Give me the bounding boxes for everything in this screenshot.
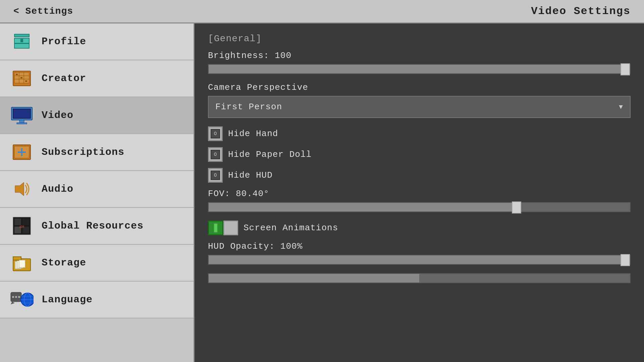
sidebar-item-storage[interactable]: Storage bbox=[0, 245, 194, 282]
toggle-off-part bbox=[223, 221, 238, 235]
svg-rect-30 bbox=[13, 257, 21, 260]
svg-rect-25 bbox=[22, 219, 29, 225]
hide-hand-label: Hide Hand bbox=[228, 129, 278, 139]
section-header: [General] bbox=[208, 34, 631, 44]
sidebar-item-storage-label: Storage bbox=[42, 257, 86, 268]
sidebar-item-profile-label: Profile bbox=[42, 36, 86, 47]
hud-opacity-slider-thumb[interactable] bbox=[621, 254, 630, 266]
screen-animations-toggle[interactable] bbox=[208, 221, 238, 235]
svg-rect-24 bbox=[14, 219, 21, 225]
hide-paper-doll-checkbox-inner: O bbox=[211, 150, 220, 159]
main-layout: Profile Creator bbox=[0, 23, 644, 362]
svg-rect-33 bbox=[19, 260, 25, 267]
dropdown-arrow-icon: ▼ bbox=[619, 103, 623, 111]
hud-opacity-setting: HUD Opacity: 100% bbox=[208, 241, 631, 265]
svg-rect-0 bbox=[14, 34, 29, 37]
svg-point-36 bbox=[15, 296, 17, 298]
hide-hud-checkbox-inner: O bbox=[211, 171, 220, 180]
sidebar-item-subscriptions[interactable]: Subscriptions bbox=[0, 134, 194, 171]
svg-point-37 bbox=[18, 296, 20, 298]
sidebar-item-global-resources-label: Global Resources bbox=[42, 220, 144, 232]
brightness-slider-thumb[interactable] bbox=[621, 63, 630, 75]
camera-perspective-label: Camera Perspective bbox=[208, 82, 631, 93]
sidebar-item-video[interactable]: Video bbox=[0, 97, 194, 134]
bottom-setting bbox=[208, 273, 631, 283]
sidebar-item-video-label: Video bbox=[42, 110, 73, 121]
camera-perspective-dropdown[interactable]: First Person ▼ bbox=[208, 96, 631, 118]
sidebar-item-audio-label: Audio bbox=[42, 183, 73, 195]
hide-hand-checkbox[interactable]: O bbox=[208, 126, 223, 141]
page-title: Video Settings bbox=[531, 5, 631, 17]
svg-text:ADR: ADR bbox=[19, 226, 24, 229]
back-label: < Settings bbox=[13, 6, 73, 16]
svg-rect-16 bbox=[19, 120, 24, 123]
toggle-handle bbox=[214, 223, 218, 233]
fov-setting: FOV: 80.40° bbox=[208, 189, 631, 212]
subscriptions-icon bbox=[10, 140, 34, 164]
svg-rect-11 bbox=[20, 77, 22, 78]
screen-animations-row: Screen Animations bbox=[208, 221, 631, 235]
svg-rect-10 bbox=[16, 74, 18, 75]
header: < Settings Video Settings bbox=[0, 0, 644, 23]
brightness-slider[interactable] bbox=[208, 64, 631, 74]
brightness-setting: Brightness: 100 bbox=[208, 51, 631, 74]
camera-perspective-setting: Camera Perspective First Person ▼ bbox=[208, 82, 631, 118]
hide-paper-doll-row: O Hide Paper Doll bbox=[208, 147, 631, 162]
sidebar-item-profile[interactable]: Profile bbox=[0, 23, 194, 60]
bottom-slider[interactable] bbox=[208, 273, 631, 283]
hide-paper-doll-label: Hide Paper Doll bbox=[228, 149, 312, 160]
hide-hand-checkbox-inner: O bbox=[211, 129, 220, 138]
hud-opacity-slider-container bbox=[208, 255, 631, 265]
hide-paper-doll-checkbox[interactable]: O bbox=[208, 147, 223, 162]
profile-icon bbox=[10, 30, 34, 53]
svg-marker-38 bbox=[11, 302, 15, 304]
sidebar-item-subscriptions-label: Subscriptions bbox=[42, 146, 124, 158]
svg-rect-3 bbox=[20, 39, 23, 42]
back-button[interactable]: < Settings bbox=[13, 6, 73, 16]
svg-rect-17 bbox=[17, 123, 27, 124]
hide-hud-label: Hide HUD bbox=[228, 170, 273, 180]
creator-icon bbox=[10, 67, 34, 90]
fov-slider-thumb[interactable] bbox=[512, 201, 521, 214]
brightness-slider-container bbox=[208, 64, 631, 74]
svg-marker-22 bbox=[15, 182, 24, 196]
hide-hand-row: O Hide Hand bbox=[208, 126, 631, 141]
storage-icon bbox=[10, 251, 34, 275]
camera-perspective-value: First Person bbox=[215, 102, 282, 112]
video-icon bbox=[10, 104, 34, 127]
sidebar-item-audio[interactable]: Audio bbox=[0, 171, 194, 208]
audio-icon bbox=[10, 177, 34, 201]
fov-slider[interactable] bbox=[208, 202, 631, 212]
sidebar-item-language[interactable]: Language bbox=[0, 282, 194, 318]
fov-label: FOV: 80.40° bbox=[208, 189, 631, 199]
svg-point-35 bbox=[12, 296, 14, 298]
svg-rect-15 bbox=[13, 109, 30, 118]
hide-hud-checkbox[interactable]: O bbox=[208, 168, 223, 183]
global-resources-icon: ADR bbox=[10, 214, 34, 238]
hud-opacity-label: HUD Opacity: 100% bbox=[208, 241, 631, 251]
content-area: [General] Brightness: 100 Camera Perspec… bbox=[195, 23, 644, 362]
sidebar: Profile Creator bbox=[0, 23, 195, 362]
svg-rect-12 bbox=[25, 80, 27, 82]
fov-slider-container bbox=[208, 202, 631, 212]
hud-opacity-slider[interactable] bbox=[208, 255, 631, 265]
hide-hud-row: O Hide HUD bbox=[208, 168, 631, 183]
brightness-label: Brightness: 100 bbox=[208, 51, 631, 61]
sidebar-item-creator[interactable]: Creator bbox=[0, 60, 194, 97]
bottom-slider-container bbox=[208, 273, 631, 283]
sidebar-item-global-resources[interactable]: ADR Global Resources bbox=[0, 208, 194, 245]
svg-rect-2 bbox=[14, 43, 29, 44]
language-icon bbox=[10, 288, 34, 311]
sidebar-item-creator-label: Creator bbox=[42, 73, 86, 84]
sidebar-item-language-label: Language bbox=[42, 294, 93, 305]
toggle-on-part bbox=[208, 221, 223, 235]
screen-animations-label: Screen Animations bbox=[244, 223, 338, 233]
